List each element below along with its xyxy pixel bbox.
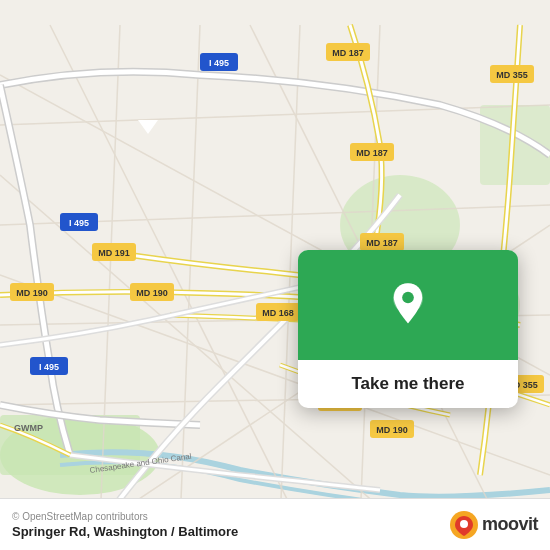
moovit-text: moovit: [482, 514, 538, 535]
svg-text:MD 168: MD 168: [262, 308, 294, 318]
svg-text:I 495: I 495: [39, 362, 59, 372]
moovit-icon: [450, 511, 478, 539]
map-container: I 495 I 495 I 495 MD 187 MD 187 MD 187 M…: [0, 0, 550, 550]
popup-tail: [138, 120, 158, 134]
bottom-bar: © OpenStreetMap contributors Springer Rd…: [0, 498, 550, 550]
svg-text:MD 187: MD 187: [366, 238, 398, 248]
svg-line-6: [180, 25, 200, 525]
svg-text:MD 191: MD 191: [98, 248, 130, 258]
svg-text:MD 187: MD 187: [356, 148, 388, 158]
svg-text:I 495: I 495: [209, 58, 229, 68]
location-popup: Take me there: [298, 250, 518, 408]
svg-text:MD 190: MD 190: [136, 288, 168, 298]
svg-text:MD 355: MD 355: [496, 70, 528, 80]
popup-header: [298, 250, 518, 360]
svg-text:I 495: I 495: [69, 218, 89, 228]
svg-text:MD 187: MD 187: [332, 48, 364, 58]
moovit-logo[interactable]: moovit: [450, 511, 538, 539]
svg-text:MD 190: MD 190: [376, 425, 408, 435]
location-pin-icon: [383, 280, 433, 330]
svg-text:MD 190: MD 190: [16, 288, 48, 298]
take-me-there-button[interactable]: Take me there: [298, 360, 518, 408]
svg-point-56: [460, 520, 468, 528]
svg-point-54: [402, 292, 414, 304]
copyright-text: © OpenStreetMap contributors: [12, 511, 238, 522]
bottom-left-info: © OpenStreetMap contributors Springer Rd…: [12, 511, 238, 539]
location-label: Springer Rd, Washington / Baltimore: [12, 524, 238, 539]
svg-text:GWMP: GWMP: [14, 423, 43, 433]
